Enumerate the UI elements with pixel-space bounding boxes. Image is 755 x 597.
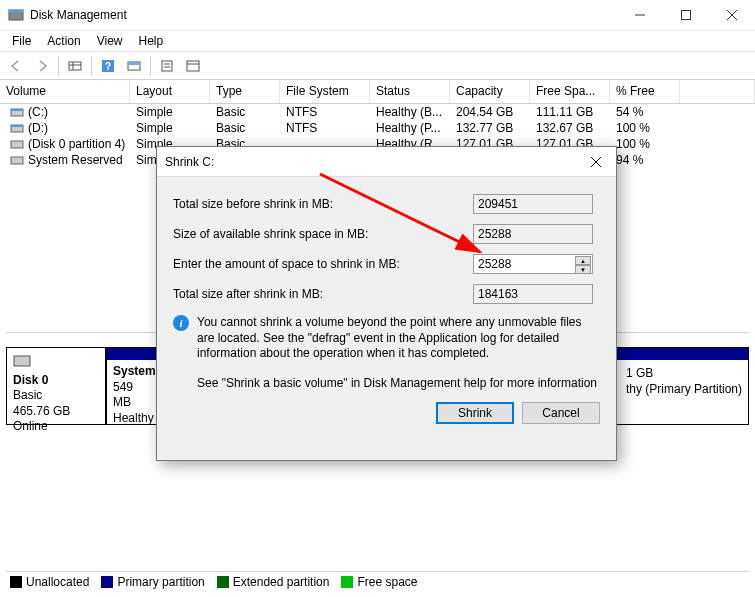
shrink-dialog: Shrink C: Total size before shrink in MB…: [156, 146, 617, 461]
legend-label: Free space: [357, 575, 417, 589]
legend-label: Unallocated: [26, 575, 89, 589]
svg-rect-21: [11, 125, 23, 127]
value-total-after: 184163: [473, 284, 593, 304]
spin-up-button[interactable]: ▲: [575, 256, 591, 265]
cell-type: Basic: [210, 105, 280, 119]
col-capacity[interactable]: Capacity: [450, 80, 530, 103]
dialog-close-button[interactable]: [576, 154, 616, 170]
svg-text:?: ?: [105, 61, 111, 72]
drive-icon: [10, 137, 24, 151]
shrink-button[interactable]: Shrink: [436, 402, 514, 424]
legend-label: Primary partition: [117, 575, 204, 589]
col-volume[interactable]: Volume: [0, 80, 130, 103]
svg-rect-12: [128, 62, 140, 65]
input-shrink-amount[interactable]: 25288 ▲ ▼: [473, 254, 593, 274]
legend: Unallocated Primary partition Extended p…: [6, 571, 749, 591]
cell-volume: System Reserved: [28, 153, 123, 167]
partition-name: System: [113, 364, 156, 378]
close-button[interactable]: [709, 0, 755, 30]
svg-rect-24: [14, 356, 30, 366]
toolbar-icon[interactable]: [181, 55, 205, 77]
svg-rect-13: [162, 61, 172, 71]
cell-pct: 100 %: [610, 121, 680, 135]
toolbar: ?: [0, 52, 755, 80]
svg-rect-6: [69, 62, 81, 70]
cell-volume: (D:): [28, 121, 48, 135]
cell-status: Healthy (B...: [370, 105, 450, 119]
label-total-before: Total size before shrink in MB:: [173, 197, 473, 211]
legend-swatch-free: [341, 576, 353, 588]
value-total-before: 209451: [473, 194, 593, 214]
partition-status: thy (Primary Partition): [626, 382, 742, 396]
col-type[interactable]: Type: [210, 80, 280, 103]
disk-type: Basic: [13, 388, 42, 402]
back-button[interactable]: [4, 55, 28, 77]
menu-file[interactable]: File: [4, 32, 39, 50]
svg-rect-22: [11, 141, 23, 148]
minimize-button[interactable]: [617, 0, 663, 30]
svg-rect-19: [11, 109, 23, 111]
cell-volume: (Disk 0 partition 4): [28, 137, 125, 151]
dialog-title: Shrink C:: [165, 155, 576, 169]
window-title: Disk Management: [30, 8, 617, 22]
toolbar-icon[interactable]: [122, 55, 146, 77]
cell-status: Healthy (P...: [370, 121, 450, 135]
value-available: 25288: [473, 224, 593, 244]
menu-action[interactable]: Action: [39, 32, 88, 50]
disk-size: 465.76 GB: [13, 404, 70, 418]
col-status[interactable]: Status: [370, 80, 450, 103]
cell-pct: 100 %: [610, 137, 680, 151]
cell-layout: Simple: [130, 105, 210, 119]
svg-rect-1: [9, 10, 23, 13]
drive-icon: [10, 153, 24, 167]
cell-capacity: 132.77 GB: [450, 121, 530, 135]
cell-capacity: 204.54 GB: [450, 105, 530, 119]
col-blank: [680, 80, 755, 103]
legend-swatch-unallocated: [10, 576, 22, 588]
svg-rect-16: [187, 61, 199, 71]
spin-down-button[interactable]: ▼: [575, 265, 591, 274]
cell-fs: NTFS: [280, 121, 370, 135]
app-icon: [8, 7, 24, 23]
info-text: You cannot shrink a volume beyond the po…: [197, 315, 600, 362]
menubar: File Action View Help: [0, 31, 755, 52]
cell-pct: 54 %: [610, 105, 680, 119]
col-layout[interactable]: Layout: [130, 80, 210, 103]
col-filesystem[interactable]: File System: [280, 80, 370, 103]
partition-status: Healthy: [113, 411, 154, 425]
table-row[interactable]: (C:) Simple Basic NTFS Healthy (B... 204…: [0, 104, 755, 120]
info-icon: i: [173, 315, 189, 331]
legend-swatch-extended: [217, 576, 229, 588]
cancel-button[interactable]: Cancel: [522, 402, 600, 424]
drive-icon: [10, 121, 24, 135]
cell-type: Basic: [210, 121, 280, 135]
cell-free: 132.67 GB: [530, 121, 610, 135]
toolbar-icon[interactable]: [155, 55, 179, 77]
cell-volume: (C:): [28, 105, 48, 119]
cell-free: 111.11 GB: [530, 105, 610, 119]
label-shrink-amount: Enter the amount of space to shrink in M…: [173, 257, 473, 271]
help-icon[interactable]: ?: [96, 55, 120, 77]
label-total-after: Total size after shrink in MB:: [173, 287, 473, 301]
disk-name: Disk 0: [13, 373, 48, 387]
info-text-2: See "Shrink a basic volume" in Disk Mana…: [197, 376, 597, 390]
forward-button[interactable]: [30, 55, 54, 77]
svg-rect-3: [682, 11, 691, 20]
toolbar-icon[interactable]: [63, 55, 87, 77]
menu-view[interactable]: View: [89, 32, 131, 50]
disk-label[interactable]: Disk 0 Basic 465.76 GB Online: [6, 347, 106, 425]
partition[interactable]: System 549 MB Healthy: [106, 347, 160, 425]
maximize-button[interactable]: [663, 0, 709, 30]
menu-help[interactable]: Help: [131, 32, 172, 50]
col-freespace[interactable]: Free Spa...: [530, 80, 610, 103]
legend-swatch-primary: [101, 576, 113, 588]
volume-list-header: Volume Layout Type File System Status Ca…: [0, 80, 755, 104]
cell-pct: 94 %: [610, 153, 680, 167]
close-icon: [591, 157, 601, 167]
drive-icon: [10, 105, 24, 119]
partition-size: 549 MB: [113, 380, 133, 410]
col-pctfree[interactable]: % Free: [610, 80, 680, 103]
table-row[interactable]: (D:) Simple Basic NTFS Healthy (P... 132…: [0, 120, 755, 136]
svg-rect-23: [11, 157, 23, 164]
label-available: Size of available shrink space in MB:: [173, 227, 473, 241]
